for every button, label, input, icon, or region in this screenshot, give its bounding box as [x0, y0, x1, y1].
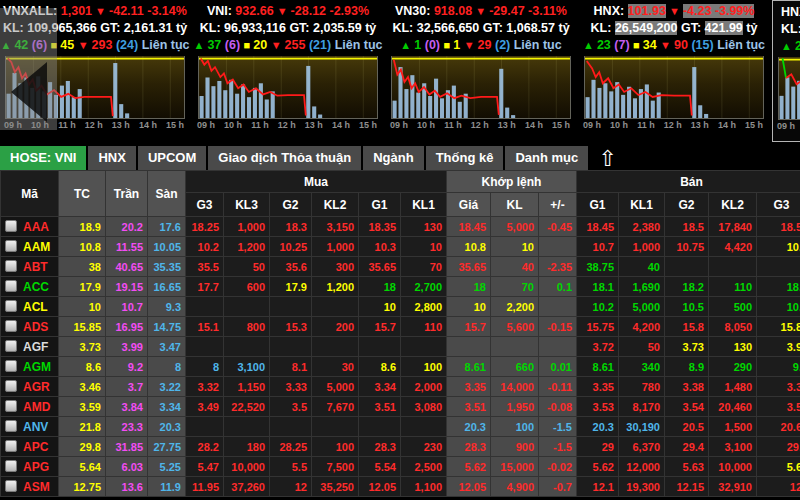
row-checkbox[interactable]	[5, 260, 17, 272]
row-checkbox[interactable]	[5, 320, 17, 332]
time-label: 09 h	[390, 120, 408, 130]
advancers-count: 37	[207, 38, 224, 52]
cell-ban-kl2: 110	[709, 277, 757, 297]
stock-price-board: VNXALL: 1,301 ▼ -42.11 -3.14%KL: 109,965…	[0, 0, 800, 500]
carousel-prev-button[interactable]	[0, 8, 57, 130]
floor-price-cell: 10.05	[148, 237, 186, 257]
row-checkbox[interactable]	[5, 360, 17, 372]
col-header-mua-kl1[interactable]: KL1	[401, 193, 447, 217]
row-checkbox[interactable]	[5, 420, 17, 432]
floor-price-cell: 14.75	[148, 317, 186, 337]
triangle-up-icon: ▲	[781, 40, 795, 52]
row-checkbox[interactable]	[5, 400, 17, 412]
tab-thong-ke[interactable]: Thống kê	[426, 146, 504, 170]
col-header-khop-kl[interactable]: KL	[491, 193, 539, 217]
ticker-cell: ADS	[1, 317, 59, 337]
col-header-mua-kl3[interactable]: KL3	[224, 193, 270, 217]
time-axis: 09 h10 h11 h12 h13 h14 h15 h	[386, 119, 576, 130]
ref-price-cell: 10.8	[59, 237, 106, 257]
gt-unit: tỷ	[173, 21, 188, 35]
row-checkbox[interactable]	[5, 340, 17, 352]
cell-ban-g2: 3.38	[665, 377, 709, 397]
table-row-asm[interactable]: ASM12.7513.611.911.9537,2601235,25012.05…	[1, 477, 800, 497]
col-header-san[interactable]: Sàn	[148, 171, 186, 217]
gt-value: 2,161.31	[124, 21, 173, 35]
col-header-ban-kl2[interactable]: KL2	[709, 193, 757, 217]
ticker-cell: AAM	[1, 237, 59, 257]
index-name: VNI:	[207, 4, 235, 18]
col-header-ban-kl1[interactable]: KL1	[619, 193, 665, 217]
index-panel-vni-1[interactable]: VNI: 932.66 ▼ -28.12 -2.93%KL: 96,933,11…	[193, 0, 383, 142]
table-row-amd[interactable]: AMD3.593.843.343.4922,5203.57,6703.513,0…	[1, 397, 800, 417]
ref-price-cell: 3.73	[59, 337, 106, 357]
index-panel-hnx-4[interactable]: HNX KL: ▲ 2 09 h10 h11 h12 h13 h14 h15 h	[772, 0, 800, 142]
ticker-symbol: ADS	[23, 320, 48, 334]
col-header-tc[interactable]: TC	[59, 171, 106, 217]
table-row-anv[interactable]: ANV21.823.320.320.3100-1.520.330,19020.5…	[1, 417, 800, 437]
row-checkbox[interactable]	[5, 220, 17, 232]
col-header-khop-gia[interactable]: Giá	[447, 193, 491, 217]
table-row-agr[interactable]: AGR3.463.73.223.321,1503.335,0003.342,00…	[1, 377, 800, 397]
cell-khop-change: -0.15	[539, 317, 577, 337]
table-row-ads[interactable]: ADS15.8516.9514.7515.180015.320015.71101…	[1, 317, 800, 337]
cell-ban-g1: 10.2	[577, 297, 619, 317]
row-checkbox[interactable]	[5, 440, 17, 452]
row-checkbox[interactable]	[5, 480, 17, 492]
cell-ban-g1: 5.62	[577, 457, 619, 477]
index-panel-vn30-2[interactable]: VN30: 918.08 ▼ -29.47 -3.11%KL: 32,566,6…	[386, 0, 576, 142]
cell-mua-kl1: 3,080	[401, 397, 447, 417]
table-row-apc[interactable]: APC29.831.8527.7528.218028.2510028.32302…	[1, 437, 800, 457]
scroll-up-icon[interactable]: ⇧	[598, 148, 616, 170]
col-header-ban-g1[interactable]: G1	[577, 193, 619, 217]
session-status: Liên tục	[142, 38, 190, 52]
col-header-mua-g1[interactable]: G1	[359, 193, 401, 217]
cell-ban-kl1: 1,690	[619, 277, 665, 297]
tab-giao-dich-thoa-thuan[interactable]: Giao dịch Thỏa thuận	[208, 146, 361, 170]
table-row-aam[interactable]: AAM10.811.5510.0510.21,20010.251,00010.3…	[1, 237, 800, 257]
cell-khop-kl	[491, 337, 539, 357]
cell-khop-gia: 3.35	[447, 377, 491, 397]
row-checkbox[interactable]	[5, 380, 17, 392]
tab-hnx[interactable]: HNX	[88, 146, 135, 170]
table-row-agf[interactable]: AGF3.733.993.473.72503.731303.9	[1, 337, 800, 357]
col-header-tran[interactable]: Trần	[106, 171, 148, 217]
cell-ban-kl1: 2,380	[619, 217, 665, 237]
table-row-apg[interactable]: APG5.646.035.255.4710,0005.57,5005.542,5…	[1, 457, 800, 477]
cell-ban-g1: 3.35	[577, 377, 619, 397]
cell-mua-g1: 15.7	[359, 317, 401, 337]
cell-ban-g2: 20.5	[665, 417, 709, 437]
table-row-acc[interactable]: ACC17.919.1516.6517.760017.91,200182,700…	[1, 277, 800, 297]
cell-ban-g3: 29.	[757, 437, 800, 457]
ceiling-price-cell: 6.03	[106, 457, 148, 477]
row-checkbox[interactable]	[5, 460, 17, 472]
tab-nganh[interactable]: Ngành	[363, 146, 423, 170]
floor-price-cell: 35.35	[148, 257, 186, 277]
table-row-abt[interactable]: ABT3840.6535.3535.55035.630035.657035.65…	[1, 257, 800, 277]
col-header-ban-g2[interactable]: G2	[665, 193, 709, 217]
table-row-acl[interactable]: ACL1010.79.3102,800102,20010.25,00010.55…	[1, 297, 800, 317]
row-checkbox[interactable]	[5, 300, 17, 312]
table-row-aaa[interactable]: AAA18.920.217.618.251,00018.33,15018.351…	[1, 217, 800, 237]
col-header-mua-g3[interactable]: G3	[186, 193, 224, 217]
cell-mua-g1	[359, 417, 401, 437]
cell-khop-kl: 15,000	[491, 457, 539, 477]
cell-ban-kl2: 1,480	[709, 377, 757, 397]
tab-hose-vni[interactable]: HOSE: VNI	[0, 146, 86, 170]
tab-upcom[interactable]: UPCOM	[138, 146, 206, 170]
tab-danh-muc[interactable]: Danh mục	[505, 146, 588, 170]
gt-value: 1,068.57	[506, 21, 555, 35]
floor-price-cell: 8	[148, 357, 186, 377]
index-panel-hnx-3[interactable]: HNX: 101.93 ▼ -4.23 -3.99%KL: 26,549,200…	[579, 0, 769, 142]
col-header-mua-g2[interactable]: G2	[270, 193, 312, 217]
col-header-ma[interactable]: Mã	[1, 171, 59, 217]
col-header-mua-kl2[interactable]: KL2	[312, 193, 359, 217]
unchanged-count: 45	[60, 38, 77, 52]
row-checkbox[interactable]	[5, 240, 17, 252]
table-row-agm[interactable]: AGM8.69.2883,1008.1308.61008.616600.018.…	[1, 357, 800, 377]
cell-ban-g1: 3.53	[577, 397, 619, 417]
col-header-ban-g3[interactable]: G3	[757, 193, 800, 217]
index-value: 1,301	[61, 4, 92, 18]
row-checkbox[interactable]	[5, 280, 17, 292]
col-header-khop-change[interactable]: +/-	[539, 193, 577, 217]
triangle-down-icon: ▼	[464, 39, 478, 51]
